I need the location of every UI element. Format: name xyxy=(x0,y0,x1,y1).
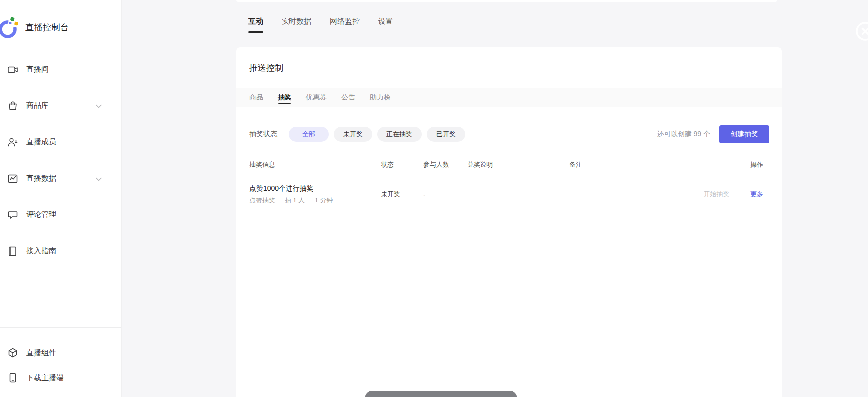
column-header: 参与人数 xyxy=(423,160,467,169)
sidebar-item-label: 评论管理 xyxy=(26,210,56,219)
filter-pill-all[interactable]: 全部 xyxy=(289,127,329,142)
create-lottery-button[interactable]: 创建抽奖 xyxy=(719,125,769,143)
sidebar-item-live-data[interactable]: 直播数据 xyxy=(0,160,121,197)
subtab-lottery[interactable]: 抽奖 xyxy=(278,88,291,107)
tab-network-monitor[interactable]: 网络监控 xyxy=(330,17,360,33)
column-header: 备注 xyxy=(569,160,750,169)
filter-pill-drawing[interactable]: 正在抽奖 xyxy=(377,127,422,142)
screen: 直播控制台 直播间 商品库 xyxy=(0,0,868,397)
push-type-tabs: 商品 抽奖 优惠券 公告 助力榜 xyxy=(236,88,782,107)
lottery-filter-row: 抽奖状态 全部 未开奖 正在抽奖 已开奖 还可以创建 99 个 创建抽奖 xyxy=(249,126,769,142)
participants-cell: - xyxy=(423,191,467,198)
sidebar-item-download-anchor-client[interactable]: 下载主播端 xyxy=(0,365,121,390)
filter-pill-not-drawn[interactable]: 未开奖 xyxy=(334,127,372,142)
sidebar-item-label: 商品库 xyxy=(26,101,49,110)
subtab-announcements[interactable]: 公告 xyxy=(341,88,355,107)
status-cell: 未开奖 xyxy=(381,190,423,198)
shopping-bag-icon xyxy=(7,100,18,111)
tab-interaction[interactable]: 互动 xyxy=(248,17,263,33)
lottery-meta: 点赞抽奖 抽 1 人 1 分钟 xyxy=(249,196,381,205)
phone-icon xyxy=(7,372,18,383)
chevron-down-icon xyxy=(96,174,102,183)
subtab-coupons[interactable]: 优惠券 xyxy=(306,88,327,107)
sidebar-item-label: 直播间 xyxy=(26,65,49,74)
panel-title: 推送控制 xyxy=(249,62,782,74)
comment-icon xyxy=(7,209,18,220)
sidebar-item-live-members[interactable]: 直播成员 xyxy=(0,124,121,160)
app-logo: 直播控制台 xyxy=(0,12,121,42)
guide-book-icon xyxy=(7,246,18,257)
sidebar-item-label: 直播组件 xyxy=(26,348,56,358)
sidebar-item-live-room[interactable]: 直播间 xyxy=(0,51,121,88)
actions-cell: 开始抽奖 更多 xyxy=(703,190,763,198)
sidebar-item-product-library[interactable]: 商品库 xyxy=(0,88,121,124)
scrolled-card-remnant xyxy=(236,0,777,2)
column-header: 抽奖信息 xyxy=(249,160,381,169)
main-area: 互动 实时数据 网络监控 设置 推送控制 商品 抽奖 优惠券 公告 助力榜 抽奖… xyxy=(122,0,868,397)
more-link[interactable]: 更多 xyxy=(750,190,763,198)
close-icon xyxy=(854,20,868,42)
sidebar-item-comment-management[interactable]: 评论管理 xyxy=(0,197,121,233)
column-header: 操作 xyxy=(750,160,763,169)
sidebar-item-access-guide[interactable]: 接入指南 xyxy=(0,233,121,269)
lottery-table: 抽奖信息 状态 参与人数 兑奖说明 备注 操作 点赞1000个进行抽奖 点赞抽奖… xyxy=(236,157,782,215)
subtab-support-ranking[interactable]: 助力榜 xyxy=(370,88,390,107)
sidebar-divider xyxy=(0,327,121,328)
sidebar-item-live-components[interactable]: 直播组件 xyxy=(0,340,121,365)
lottery-duration: 1 分钟 xyxy=(315,197,333,204)
tab-settings[interactable]: 设置 xyxy=(378,17,393,33)
sidebar-footer: 直播组件 下载主播端 xyxy=(0,340,121,390)
push-control-panel: 推送控制 商品 抽奖 优惠券 公告 助力榜 抽奖状态 全部 未开奖 正在抽奖 已… xyxy=(236,47,782,397)
tab-realtime-data[interactable]: 实时数据 xyxy=(282,17,311,33)
app-title: 直播控制台 xyxy=(25,22,69,33)
top-tabs: 互动 实时数据 网络监控 设置 xyxy=(248,17,393,33)
lottery-info-cell: 点赞1000个进行抽奖 点赞抽奖 抽 1 人 1 分钟 xyxy=(249,183,381,205)
lottery-title: 点赞1000个进行抽奖 xyxy=(249,183,381,193)
chevron-down-icon xyxy=(96,101,102,110)
bottom-toast xyxy=(365,391,517,397)
filter-pill-drawn[interactable]: 已开奖 xyxy=(427,127,465,142)
status-filter-pills: 全部 未开奖 正在抽奖 已开奖 xyxy=(289,127,465,142)
close-button[interactable] xyxy=(854,20,868,42)
app-logo-icon xyxy=(0,16,21,39)
video-camera-icon xyxy=(7,64,18,75)
table-row: 点赞1000个进行抽奖 点赞抽奖 抽 1 人 1 分钟 未开奖 - 开始抽奖 更… xyxy=(236,172,782,215)
remaining-quota-text: 还可以创建 99 个 xyxy=(657,130,710,139)
lottery-type: 点赞抽奖 xyxy=(249,197,275,204)
column-header: 状态 xyxy=(381,160,423,169)
sidebar-item-label: 下载主播端 xyxy=(26,373,64,383)
table-header-row: 抽奖信息 状态 参与人数 兑奖说明 备注 操作 xyxy=(236,157,782,172)
sidebar: 直播控制台 直播间 商品库 xyxy=(0,0,122,397)
subtab-products[interactable]: 商品 xyxy=(249,88,263,107)
sidebar-nav: 直播间 商品库 xyxy=(0,51,121,269)
sidebar-item-label: 接入指南 xyxy=(26,246,56,256)
members-icon xyxy=(7,137,18,148)
sidebar-item-label: 直播数据 xyxy=(26,174,56,183)
chart-icon xyxy=(7,173,18,184)
sidebar-item-label: 直播成员 xyxy=(26,137,56,147)
cube-icon xyxy=(7,347,18,358)
column-header: 兑奖说明 xyxy=(467,160,569,169)
lottery-winner-count: 抽 1 人 xyxy=(285,197,305,204)
start-lottery-link[interactable]: 开始抽奖 xyxy=(703,190,729,198)
filter-label: 抽奖状态 xyxy=(249,130,277,139)
